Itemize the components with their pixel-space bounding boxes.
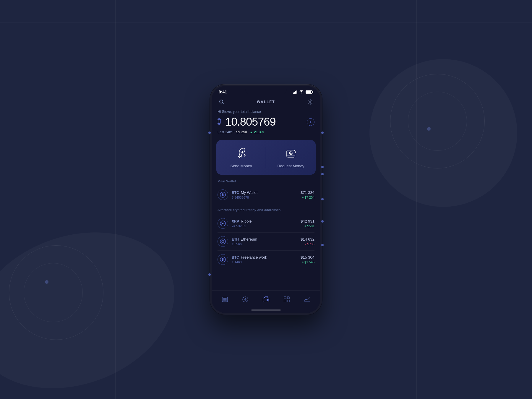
annotation-dot-balance [208, 132, 211, 134]
nav-list-button[interactable] [220, 294, 230, 305]
xrp-change: + $501 [301, 224, 314, 228]
btc-main-amount: 5.34535678 [232, 196, 297, 199]
phone-screen: 9:41 [212, 86, 320, 313]
status-time: 9:41 [219, 90, 227, 94]
battery-icon [306, 90, 313, 94]
btc-freelance-info: BTC Freelance work 1.1468 [232, 255, 297, 264]
eth-values: $14 632 - $733 [301, 237, 314, 246]
annotation-dot-action [321, 166, 324, 168]
btc-main-ticker: BTC [232, 191, 239, 195]
svg-line-1 [223, 103, 224, 104]
annotation-dot-btc2 [321, 244, 324, 246]
bg-dot-left [45, 280, 48, 284]
wifi-icon [299, 90, 304, 94]
app-content: WALLET Hi Steve, your total balance ₿ [212, 94, 320, 290]
wallet-item-xrp[interactable]: XRP Ripple 24 532.32 $42 931 + $501 [212, 215, 320, 232]
xrp-ticker: XRP [232, 219, 239, 223]
annotation-dot-xrp [321, 198, 324, 200]
btc-symbol: ₿ [218, 117, 224, 127]
svg-text:₿: ₿ [222, 258, 224, 261]
xrp-info: XRP Ripple 24 532.32 [232, 219, 297, 228]
change-percent: 21.3% [254, 130, 264, 134]
action-panel: Send Money Request Money [216, 140, 316, 175]
btc-freelance-amount: 1.1468 [232, 260, 297, 264]
xrp-name: Ripple [241, 219, 252, 223]
annotation-dot-nav [208, 273, 211, 276]
change-value: + $9 250 [233, 130, 248, 134]
btc-main-usd: $71 336 [301, 190, 314, 195]
svg-rect-29 [287, 297, 289, 299]
btc-main-info: BTC My Wallet 5.34535678 [232, 190, 297, 199]
svg-text:₿: ₿ [222, 193, 224, 197]
wallet-item-eth[interactable]: ETH Ethereum 15.566 $14 632 - $733 [212, 233, 320, 250]
home-indicator [212, 307, 320, 313]
annotation-dot-btc1 [321, 173, 324, 175]
svg-point-4 [241, 151, 243, 153]
last24h-label: Last 24h: [218, 130, 232, 134]
main-wallet-label: Main Wallet [212, 179, 320, 186]
svg-marker-17 [222, 242, 224, 244]
btc-freelance-change: + $1 545 [301, 260, 314, 264]
svg-rect-31 [287, 300, 289, 302]
balance-number: 10.805769 [225, 116, 276, 128]
wallet-item-btc-freelance[interactable]: ₿ BTC Freelance work 1.1468 $15 304 + $1… [212, 251, 320, 268]
svg-rect-30 [284, 300, 286, 302]
xrp-values: $42 931 + $501 [301, 219, 314, 228]
signal-icon [293, 90, 297, 94]
add-wallet-button[interactable]: + [307, 118, 314, 126]
xrp-usd: $42 931 [301, 219, 314, 223]
nav-apps-button[interactable] [281, 294, 292, 305]
send-money-button[interactable]: Send Money [216, 140, 266, 175]
svg-rect-27 [267, 299, 268, 301]
btc-freelance-icon: ₿ [218, 254, 228, 265]
annotation-dot-balance-right [321, 132, 324, 134]
status-icons [293, 90, 313, 94]
annotation-dot-eth [321, 220, 324, 223]
settings-button[interactable] [306, 98, 314, 106]
request-money-label: Request Money [277, 164, 304, 168]
top-bar: WALLET [212, 94, 320, 108]
eth-ticker: ETH [232, 237, 239, 241]
svg-line-5 [244, 154, 245, 155]
eth-change: - $733 [301, 242, 314, 246]
xrp-amount: 24 532.32 [232, 224, 297, 228]
page-title: WALLET [257, 100, 275, 104]
btc-main-icon: ₿ [218, 189, 228, 200]
balance-amount-row: ₿ 10.805769 + [218, 116, 314, 128]
btc-freelance-usd: $15 304 [301, 255, 314, 259]
svg-line-7 [244, 156, 245, 157]
send-money-label: Send Money [231, 164, 252, 168]
btc-freelance-values: $15 304 + $1 545 [301, 255, 314, 264]
btc-main-name: My Wallet [241, 190, 258, 195]
balance-change: Last 24h: + $9 250 21.3% [218, 130, 314, 134]
svg-point-14 [220, 221, 226, 226]
eth-amount: 15.566 [232, 242, 297, 246]
bg-circle-right-inner [408, 92, 467, 151]
svg-text:₿: ₿ [218, 117, 221, 125]
eth-info: ETH Ethereum 15.566 [232, 237, 297, 246]
balance-greeting: Hi Steve, your total balance [218, 110, 314, 114]
btc-freelance-ticker: BTC [232, 255, 239, 259]
alt-wallets-label: Alternate cryptocurrency and addresses [212, 204, 320, 215]
eth-usd: $14 632 [301, 237, 314, 241]
balance-section: Hi Steve, your total balance ₿ 10.805769… [212, 108, 320, 139]
bg-dot-right [427, 127, 431, 131]
nav-send-button[interactable] [240, 294, 251, 305]
btc-main-values: $71 336 + $7 204 [301, 190, 314, 199]
eth-icon [218, 236, 228, 247]
request-money-button[interactable]: Request Money [266, 140, 316, 175]
nav-chart-button[interactable] [302, 294, 312, 305]
arrow-up-icon [250, 132, 252, 133]
svg-rect-28 [284, 297, 286, 299]
phone-notch [245, 86, 287, 95]
grid-line-h1 [0, 22, 532, 22]
wallet-item-btc-main[interactable]: ₿ BTC My Wallet 5.34535678 $71 336 + $7 … [212, 186, 320, 204]
search-button[interactable] [218, 98, 226, 106]
bg-circle-left-inner [24, 263, 83, 322]
eth-name: Ethereum [241, 237, 257, 241]
grid-line-v2 [416, 0, 417, 399]
btc-freelance-name: Freelance work [241, 255, 267, 259]
nav-wallet-button[interactable] [261, 294, 271, 305]
bottom-nav [212, 290, 320, 307]
grid-line-v1 [115, 0, 116, 399]
